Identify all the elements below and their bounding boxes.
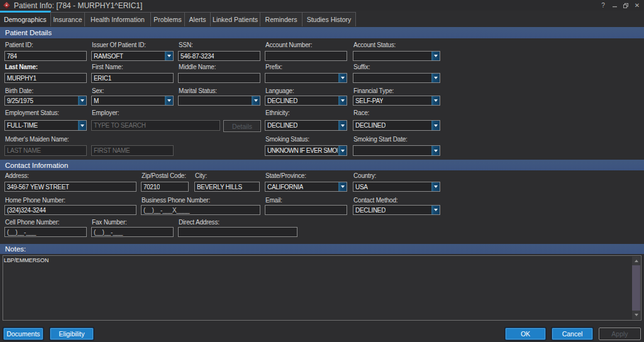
titlebar: Patient Info: [784 - MURPHY1^ERIC1] ? ✕: [0, 0, 644, 11]
language-select[interactable]: DECLINED: [265, 96, 347, 106]
account-number-input[interactable]: [265, 51, 347, 61]
zip-input[interactable]: 70210: [141, 182, 189, 192]
tab-demographics[interactable]: Demographics: [0, 11, 51, 26]
cancel-button[interactable]: Cancel: [552, 328, 593, 340]
notes-scrollbar[interactable]: [632, 256, 640, 319]
patient-details-header: Patient Details: [0, 27, 644, 38]
dropdown-arrow-icon[interactable]: [338, 121, 347, 130]
dropdown-arrow-icon[interactable]: [338, 182, 347, 191]
restore-icon[interactable]: [620, 0, 631, 11]
contact-method-label: Contact Method:: [353, 196, 397, 205]
middle-name-label: Middle Name:: [179, 63, 216, 72]
tab-studies-history[interactable]: Studies History: [303, 12, 356, 26]
ok-button[interactable]: OK: [505, 328, 546, 340]
suffix-label: Suffix:: [353, 63, 370, 72]
fax-input[interactable]: (__)__-___: [91, 227, 174, 237]
marital-status-select[interactable]: [178, 96, 260, 106]
state-select[interactable]: CALIFORNIA: [265, 182, 347, 192]
contact-method-select[interactable]: DECLINED: [353, 205, 440, 215]
middle-name-input[interactable]: [178, 73, 260, 83]
account-number-label: Account Number:: [265, 41, 312, 50]
notes-textarea[interactable]: LBP/EMMERSON: [3, 255, 641, 321]
titlebar-controls: ? ✕: [597, 0, 643, 11]
address-label: Address:: [5, 172, 29, 180]
cell-phone-label: Cell Phone Number:: [5, 218, 59, 227]
dropdown-arrow-icon[interactable]: [338, 96, 347, 105]
sex-label: Sex:: [92, 87, 104, 96]
employer-search-input[interactable]: TYPE TO SEARCH: [91, 120, 220, 131]
email-input[interactable]: [265, 205, 347, 215]
dropdown-arrow-icon[interactable]: [431, 206, 440, 214]
documents-button[interactable]: Documents: [3, 328, 43, 340]
cell-phone-input[interactable]: (__)__-___: [4, 227, 87, 237]
scrollbar-thumb[interactable]: [632, 265, 640, 311]
business-phone-label: Business Phone Number:: [142, 196, 210, 205]
dropdown-arrow-icon[interactable]: [431, 52, 440, 60]
employer-label: Employer:: [92, 109, 119, 118]
ethnicity-label: Ethnicity:: [265, 109, 290, 118]
sex-select[interactable]: M: [91, 96, 174, 106]
help-icon[interactable]: ?: [597, 0, 609, 11]
patient-id-input[interactable]: 784: [4, 51, 87, 61]
tab-health-information[interactable]: Health Information: [85, 12, 151, 26]
account-status-select[interactable]: [353, 51, 440, 61]
smoking-status-select[interactable]: UNKNOWN IF EVER SMOKED: [265, 145, 347, 156]
country-select[interactable]: USA: [353, 182, 440, 192]
dropdown-arrow-icon[interactable]: [165, 52, 173, 60]
marital-status-label: Marital Status:: [179, 87, 217, 96]
business-phone-input[interactable]: (__)__-___X____: [141, 205, 260, 215]
patient-info-dialog: Patient Info: [784 - MURPHY1^ERIC1] ? ✕ …: [0, 0, 644, 342]
country-label: Country:: [353, 172, 376, 180]
home-phone-input[interactable]: (324)324-3244: [4, 205, 136, 215]
dropdown-arrow-icon[interactable]: [431, 146, 440, 155]
issuer-select[interactable]: RAMSOFT: [91, 51, 174, 61]
notes-header: Notes:: [0, 244, 644, 254]
birth-date-select[interactable]: 9/25/1975: [4, 96, 87, 106]
tab-linked-patients[interactable]: Linked Patients: [211, 12, 260, 26]
minimize-icon[interactable]: [609, 0, 620, 11]
zip-label: Zip/Postal Code:: [142, 172, 186, 180]
financial-type-label: Financial Type:: [353, 87, 394, 96]
account-status-label: Account Status:: [353, 41, 396, 50]
issuer-label: Issuer Of Patient ID:: [92, 41, 146, 50]
suffix-select[interactable]: [353, 73, 440, 83]
smoking-status-label: Smoking Status:: [265, 135, 309, 144]
dropdown-arrow-icon[interactable]: [431, 121, 440, 130]
dropdown-arrow-icon[interactable]: [431, 96, 440, 105]
notes-text: LBP/EMMERSON: [4, 257, 48, 263]
eligibility-button[interactable]: Eligibility: [50, 328, 94, 340]
dropdown-arrow-icon[interactable]: [338, 74, 347, 82]
scroll-up-icon[interactable]: [632, 256, 640, 265]
employment-status-select[interactable]: FULL-TIME: [4, 120, 87, 131]
direct-address-input[interactable]: [178, 227, 297, 237]
dropdown-arrow-icon[interactable]: [78, 121, 86, 130]
ethnicity-select[interactable]: DECLINED: [265, 120, 347, 131]
mothers-maiden-first-name-input[interactable]: FIRST NAME: [91, 145, 174, 156]
close-icon[interactable]: ✕: [631, 0, 643, 11]
contact-information-header: Contact Information: [0, 160, 644, 170]
tab-reminders[interactable]: Reminders: [260, 12, 303, 26]
dropdown-arrow-icon[interactable]: [165, 96, 173, 105]
race-select[interactable]: DECLINED: [353, 120, 440, 131]
dropdown-arrow-icon[interactable]: [431, 182, 440, 191]
scroll-down-icon[interactable]: [632, 311, 640, 319]
address-input[interactable]: 349-567 YEW STREET: [4, 182, 136, 192]
prefix-select[interactable]: [265, 73, 347, 83]
dropdown-arrow-icon[interactable]: [252, 96, 260, 105]
first-name-input[interactable]: ERIC1: [91, 73, 174, 83]
mothers-maiden-last-name-input[interactable]: LAST NAME: [4, 145, 87, 156]
tab-insurance[interactable]: Insurance: [51, 12, 85, 26]
last-name-input[interactable]: MURPHY1: [4, 73, 87, 83]
dropdown-arrow-icon[interactable]: [78, 96, 86, 105]
apply-button: Apply: [599, 328, 641, 340]
dropdown-arrow-icon[interactable]: [338, 146, 347, 155]
tab-problems[interactable]: Problems: [151, 12, 185, 26]
financial-type-select[interactable]: SELF-PAY: [353, 96, 440, 106]
smoking-start-date-select[interactable]: [353, 145, 440, 156]
dropdown-arrow-icon[interactable]: [431, 74, 440, 82]
city-input[interactable]: BEVERLY HILLS: [194, 182, 260, 192]
employer-details-button[interactable]: Details: [223, 120, 261, 132]
ssn-input[interactable]: 546-87-3234: [178, 51, 260, 61]
tab-alerts[interactable]: Alerts: [185, 12, 211, 26]
birth-date-label: Birth Date:: [5, 87, 33, 96]
